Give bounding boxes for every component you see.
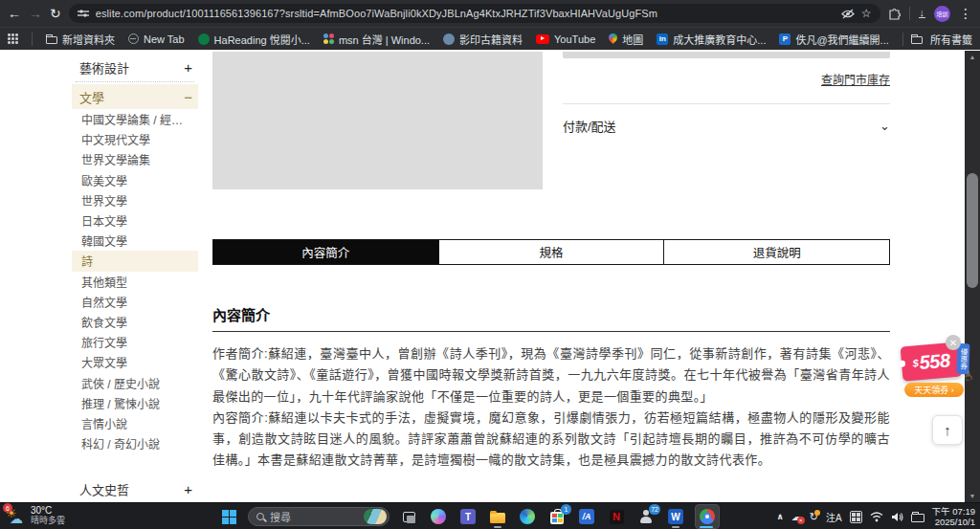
address-bar[interactable]: eslite.com/product/1001116561396167?srsl… [69, 4, 880, 23]
clock[interactable]: 下午 07:19 2025/10/1 [932, 506, 975, 527]
bookmark-youtube[interactable]: YouTube [536, 33, 595, 45]
task-view-button[interactable] [398, 505, 419, 528]
edge-button[interactable] [517, 505, 538, 528]
file-explorer-button[interactable] [487, 505, 508, 528]
download-icon[interactable]: ↓ [919, 9, 926, 18]
bookmark-star-icon[interactable]: ☆ [861, 8, 872, 19]
back-icon[interactable]: ← [8, 7, 21, 20]
sidebar-item-nature[interactable]: 自然文學 [72, 292, 198, 312]
tab-description[interactable]: 內容簡介 [213, 240, 438, 264]
scrollbar-down-icon[interactable]: ▼ [965, 490, 980, 502]
sidebar-item-chinese-essays[interactable]: 中國文學論集 / 經… [72, 109, 198, 129]
hareading-icon [198, 33, 210, 45]
sidebar-section-humanities[interactable]: 人文史哲 + [72, 476, 198, 501]
folder-icon [490, 513, 505, 523]
tray-folder-icon[interactable] [911, 514, 924, 522]
sidebar-item-popular[interactable]: 大眾文學 [72, 352, 198, 372]
maps-pin-icon [607, 32, 619, 44]
detail-tabs: 內容簡介 規格 退貨說明 [212, 239, 890, 265]
linkedin-icon: in [657, 33, 668, 45]
collapse-icon[interactable]: − [184, 89, 192, 105]
tab-returns[interactable]: 退貨說明 [663, 240, 889, 264]
sidebar-item-wuxia-history[interactable]: 武俠 / 歷史小說 [72, 372, 198, 392]
task-view-icon [403, 512, 415, 522]
netflix-button[interactable]: N [606, 505, 627, 528]
bookmark-new-folder[interactable]: 新增資料夾 [46, 32, 115, 47]
weather-widget[interactable]: 6 ☀ ☁ 30°C 晴時多雲 [5, 505, 65, 526]
tray-expand-icon[interactable]: ∧ [776, 512, 783, 521]
sidebar-item-food[interactable]: 飲食文學 [72, 312, 198, 332]
wifi-icon[interactable] [870, 512, 883, 522]
sidebar-section-art-design[interactable]: 藝術設計 + [72, 55, 198, 79]
forward-icon[interactable]: → [29, 7, 42, 20]
onedrive-icon[interactable]: ☁× [791, 511, 802, 523]
store-button[interactable]: 1 [546, 505, 568, 528]
netflix-icon: N [610, 510, 624, 524]
info-divider [563, 103, 890, 104]
description-text: 作者簡介:蘇紹連，臺灣臺中人，曾創辦《詩人季刊》，現為《臺灣詩學季刊》同仁，從事… [212, 343, 890, 472]
tab-specs[interactable]: 規格 [438, 240, 664, 264]
scrollbar-up-icon[interactable]: ▲ [965, 51, 980, 63]
expand-icon[interactable]: + [184, 481, 192, 497]
sidebar-item-romance[interactable]: 言情小說 [72, 413, 198, 433]
content-intro-paragraph: 內容簡介:蘇紹連以卡夫卡式的手法，虛擬實境，魔幻意象，引爆劇情張力，彷若極短篇結… [212, 408, 890, 472]
sidebar-item-poetry[interactable]: 詩 [72, 251, 198, 271]
profile-avatar[interactable]: 培訓 [934, 6, 950, 22]
toolbar-actions: ↓ 培訓 ⋮ [888, 6, 973, 22]
copilot-button[interactable] [428, 505, 449, 528]
ime-toolbar-icon[interactable] [850, 511, 862, 523]
word-button[interactable]: W [665, 505, 686, 528]
bookmark-ncku[interactable]: in成大推廣教育中心... [657, 32, 766, 47]
apps-grid-icon[interactable] [8, 33, 18, 44]
author-intro-paragraph: 作者簡介:蘇紹連，臺灣臺中人，曾創辦《詩人季刊》，現為《臺灣詩學季刊》同仁，從事… [212, 343, 890, 408]
bookmark-hareading[interactable]: HaReading 悅閱小... [198, 32, 310, 47]
browser-toolbar: ← → ↻ eslite.com/product/100111656139616… [0, 0, 980, 27]
sidebar-item-scifi-fantasy[interactable]: 科幻 / 奇幻小說 [72, 433, 198, 453]
kebab-menu-icon[interactable]: ⋮ [959, 7, 972, 20]
taskbar-search[interactable]: 搜尋 [248, 507, 390, 526]
bookmark-maps[interactable]: 地圖 [609, 32, 643, 47]
chrome-button[interactable] [695, 504, 720, 529]
sidebar-item-mystery-thriller[interactable]: 推理 / 驚悚小說 [72, 393, 198, 413]
page-scrollbar[interactable]: ▲ ▼ [965, 51, 980, 502]
windows-taskbar: 6 ☀ ☁ 30°C 晴時多雲 搜尋 T 1 /A N 72 [0, 502, 980, 529]
sidebar-item-world-essays[interactable]: 世界文學論集 [72, 149, 198, 169]
store-badge: 1 [561, 504, 571, 515]
sidebar-item-other[interactable]: 其他類型 [72, 272, 198, 292]
product-image-placeholder [212, 52, 543, 189]
globe-icon [128, 33, 139, 44]
expand-icon[interactable]: + [184, 59, 192, 76]
all-bookmarks[interactable]: 所有書籤 [902, 32, 972, 47]
volume-icon[interactable] [891, 512, 903, 522]
scrollbar-thumb[interactable] [967, 173, 978, 288]
scroll-to-top-button[interactable]: ↑ [932, 415, 963, 445]
a-slash-app-button[interactable]: /A [576, 505, 597, 528]
store-stock-link[interactable]: 查詢門市庫存 [563, 71, 890, 87]
start-button[interactable] [218, 505, 239, 528]
bookmarks-divider [32, 33, 33, 46]
bookmark-new-tab[interactable]: New Tab [128, 33, 185, 45]
extensions-icon[interactable] [888, 8, 901, 20]
bookmark-msn[interactable]: msn 台灣 | Windo... [323, 32, 430, 47]
sidebar-section-literature[interactable]: 文學 − [72, 84, 198, 109]
globe-icon [443, 33, 455, 45]
tray-time: 下午 07:19 [932, 506, 975, 517]
sidebar-item-modern-chinese[interactable]: 中文現代文學 [72, 129, 198, 149]
sync-icon[interactable]: ↻ [810, 511, 818, 523]
sidebar-item-japanese[interactable]: 日本文學 [72, 210, 198, 231]
teams-button[interactable]: T [457, 505, 479, 528]
refresh-icon[interactable]: ↻ [50, 7, 61, 20]
coupon-close-icon[interactable]: ✕ [946, 335, 961, 350]
eye-off-icon[interactable] [841, 9, 855, 19]
sidebar-item-euro-american[interactable]: 歐美文學 [72, 170, 198, 190]
bookmark-archive[interactable]: 影印古籍資料 [443, 32, 523, 47]
payment-shipping-accordion[interactable]: 付款/配送 ⌄ [563, 117, 890, 135]
people-button[interactable]: 72 [635, 505, 657, 528]
coupon-cta-button[interactable]: 天天領券 › [904, 383, 964, 397]
bookmark-plurk[interactable]: P佚凡@我們繼續開... [779, 32, 888, 47]
sidebar-item-korean[interactable]: 韓國文學 [72, 231, 198, 251]
site-settings-icon[interactable] [78, 9, 89, 18]
sidebar-item-world-literature[interactable]: 世界文學 [72, 190, 198, 210]
sidebar-item-travel[interactable]: 旅行文學 [72, 332, 198, 352]
ime-language-indicator[interactable]: 注A [826, 510, 842, 524]
